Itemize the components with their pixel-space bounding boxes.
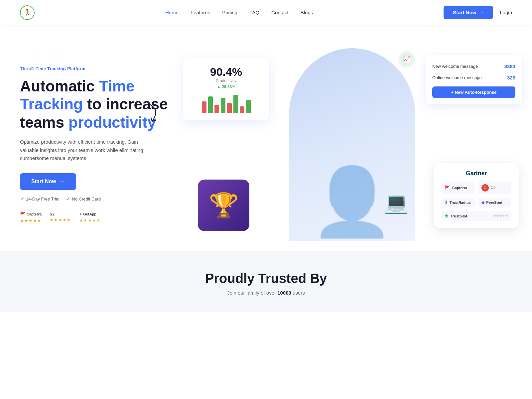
gartner-logo: Gartner (441, 170, 511, 177)
trusted-subtitle: Join our family of over 10000 users (20, 290, 512, 296)
laptop-icon: 💻 (384, 191, 409, 214)
nav-links: Home Features Pricing FAQ Contact Blogs (165, 10, 313, 16)
mascot-card: 🏆 (198, 180, 249, 231)
nav-blogs[interactable]: Blogs (301, 10, 313, 15)
nav-contact[interactable]: Contact (271, 10, 289, 15)
message-row-2: Online welcome message 329 (432, 72, 515, 83)
bar-element (227, 103, 232, 113)
trustpilot-icon: ★ (445, 213, 449, 218)
logo-icon: 🏃 (20, 5, 35, 20)
trusted-count: 10000 (277, 290, 291, 296)
person-silhouette: 👤 (311, 163, 394, 241)
capterra-flag-icon: 🚩 (445, 185, 450, 191)
peerspot-pill: ◆ PeerSpot (478, 198, 512, 207)
bar-element (202, 101, 206, 113)
check-icon-1: ✓ (20, 196, 24, 202)
capterra-pill: 🚩 Capterra (441, 182, 475, 194)
new-auto-response-button[interactable]: + New Auto-Response (432, 86, 515, 98)
capterra-stars: ★★★★★ (20, 218, 42, 223)
logo[interactable]: 🏃 (20, 5, 35, 20)
message-row-1: New welcome message 3383 (432, 61, 515, 72)
trust-row: ✓ 14-Day Free Trial ✓ No Credit Card (20, 196, 180, 202)
bar-element (246, 100, 251, 113)
g2-logo: G2 (50, 212, 71, 216)
navbar: 🏃 Home Features Pricing FAQ Contact Blog… (0, 0, 532, 25)
g2-stars: ★★★★★ (50, 217, 71, 222)
bar-element (214, 105, 219, 113)
trustradius-icon: 𝕋 (445, 200, 448, 205)
bar-element (233, 95, 238, 113)
nav-pricing[interactable]: Pricing (222, 10, 237, 15)
start-now-button-nav[interactable]: Start Now → (444, 6, 493, 19)
productivity-label: Productivity (192, 78, 260, 83)
g2-icon: G (481, 184, 489, 192)
capterra-review: 🚩 Capterra ★★★★★ (20, 211, 42, 223)
productivity-percent: 90.4% (192, 66, 260, 78)
hero-section: The #1 Time Tracking Platform Automatic … (0, 25, 532, 251)
nav-features[interactable]: Features (191, 10, 210, 15)
g2-pill: G G2 (478, 182, 512, 194)
check-icon-2: ✓ (66, 196, 70, 202)
g2-review: G2 ★★★★★ (50, 212, 71, 222)
start-now-button-hero[interactable]: Start Now → (20, 173, 76, 190)
bar-element (208, 96, 213, 113)
productivity-up: ▲ 26.83% (192, 84, 260, 89)
trustpilot-pill: ★ Trustpilot ★★★★★ (441, 211, 511, 221)
productivity-card: 90.4% Productivity ▲ 26.83% (183, 58, 269, 120)
getapp-logo: ✦ GetApp (79, 212, 101, 216)
bar-chart (192, 93, 260, 113)
hero-badge: The #1 Time Tracking Platform (20, 66, 180, 71)
bar-element (240, 106, 244, 113)
hero-description: Optimize productivity with efficient tim… (20, 138, 153, 163)
getapp-stars: ★★★★★ (79, 218, 101, 223)
hero-left: The #1 Time Tracking Platform Automatic … (20, 66, 180, 223)
trend-icon: 📈 (399, 52, 414, 66)
peerspot-icon: ◆ (481, 200, 484, 205)
nav-home[interactable]: Home (165, 10, 179, 15)
arrow-icon: → (479, 10, 484, 15)
login-button[interactable]: Login (500, 10, 512, 15)
review-grid: 🚩 Capterra G G2 𝕋 TrustRadius ◆ PeerSpot… (441, 182, 511, 221)
messages-card: New welcome message 3383 Online welcome … (426, 55, 522, 104)
reviews-card: Gartner 🚩 Capterra G G2 𝕋 TrustRadius ◆ … (434, 163, 519, 228)
hero-right: 👤 💻 90.4% Productivity ▲ 26.83% 📈 New we… (180, 48, 512, 241)
bar-element (221, 98, 225, 113)
capterra-logo: 🚩 Capterra (20, 211, 42, 217)
trusted-section: Proudly Trusted By Join our family of ov… (0, 251, 532, 312)
getapp-review: ✦ GetApp ★★★★★ (79, 212, 101, 223)
nav-faq[interactable]: FAQ (249, 10, 259, 15)
trusted-title: Proudly Trusted By (20, 271, 512, 286)
nav-actions: Start Now → Login (444, 6, 512, 19)
hero-reviews: 🚩 Capterra ★★★★★ G2 ★★★★★ ✦ GetApp ★★★★★ (20, 211, 180, 223)
free-trial-badge: ✓ 14-Day Free Trial (20, 196, 59, 202)
trustradius-pill: 𝕋 TrustRadius (441, 198, 475, 207)
arrow-icon: → (60, 179, 65, 185)
no-credit-card-badge: ✓ No Credit Card (66, 196, 101, 202)
hero-person-bg: 👤 💻 (289, 48, 415, 241)
